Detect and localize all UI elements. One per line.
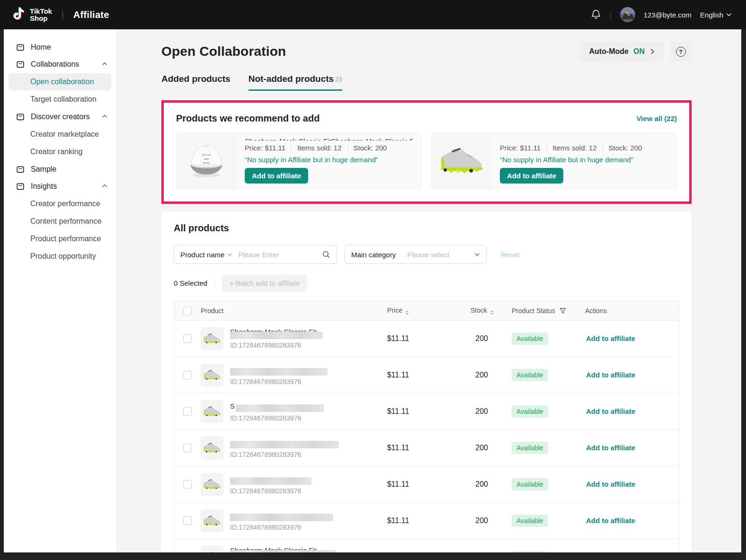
row-checkbox[interactable] [183, 371, 192, 379]
sidebar-item-collaborations[interactable]: Collaborations [4, 56, 116, 73]
product-id: ID:17284678980283976 [230, 524, 356, 531]
sidebar-label: Collaborations [31, 60, 79, 69]
sidebar-item-sample[interactable]: Sample [4, 161, 116, 178]
add-to-affiliate-link[interactable]: Add to affiliate [586, 334, 635, 342]
sort-icon[interactable] [405, 310, 409, 315]
row-checkbox[interactable] [183, 480, 192, 489]
sneaker-image [203, 514, 222, 528]
table-row: ID:17284678980283976 $11.11 200 Availabl… [174, 466, 679, 503]
main-category-filter[interactable]: Main category Please select [345, 245, 487, 264]
add-to-affiliate-link[interactable]: Add to affiliate [586, 371, 635, 379]
column-header-product: Product [201, 307, 367, 315]
product-id: ID:17284678980283976 [230, 451, 356, 458]
selected-count: 0 Selected [174, 279, 207, 287]
svg-text:shady: shady [203, 161, 210, 164]
stock-cell: 200 [429, 516, 507, 525]
sidebar-item-product-opportunity[interactable]: Product opportunity [4, 248, 116, 265]
tab-added-products[interactable]: Added products [161, 74, 231, 91]
tiktok-shop-logo[interactable]: TikTok Shop [11, 7, 52, 23]
help-button[interactable]: ? [670, 42, 692, 61]
product-thumbnail [201, 400, 223, 423]
brand-name: TikTok Shop [30, 8, 52, 22]
product-image-white-cap: the real slim shady [177, 133, 236, 189]
main-content: Open Collaboration Auto-Mode ON ? Added … [116, 29, 741, 552]
sidebar-label: Insights [31, 182, 57, 191]
sidebar-item-open-collaboration[interactable]: Open collaboration [9, 73, 111, 90]
sneaker-image [203, 477, 222, 491]
product-thumbnail [201, 509, 223, 532]
row-checkbox[interactable] [183, 407, 192, 416]
table-body: Shepherm Mask Classic Fit ID:17284678980… [174, 321, 679, 552]
add-to-affiliate-link[interactable]: Add to affiliate [586, 444, 635, 452]
sidebar-item-discover-creators[interactable]: Discover creators [4, 108, 116, 125]
question-mark-icon: ? [676, 47, 686, 57]
chevron-down-icon [726, 12, 732, 18]
status-badge: Available [512, 515, 548, 527]
stock-cell: 200 [429, 480, 507, 489]
sidebar-item-creator-marketplace[interactable]: Creator marketplace [4, 126, 116, 143]
sidebar-item-target-collaboration[interactable]: Target collaboration [4, 91, 116, 108]
redacted-product-name [230, 438, 356, 448]
sort-icon[interactable] [490, 310, 494, 315]
product-id: ID:17284678980283976 [230, 378, 356, 385]
table-row: Shepherm Mask Classic Fit ID:17284678980… [174, 321, 679, 357]
sidebar-item-content-performance[interactable]: Content performance [4, 213, 116, 230]
redacted-product-title: Shepherm Mask Classic FitShepherm Mask C… [245, 138, 413, 140]
price-cell: $11.11 [367, 407, 429, 416]
all-products-panel: All products Product name Please Enter M… [161, 211, 692, 552]
recommend-panel: Products we recommend to add View all (2… [164, 103, 689, 201]
auto-mode-button[interactable]: Auto-Mode ON [580, 42, 664, 61]
view-all-link[interactable]: View all (22) [636, 114, 677, 122]
search-input[interactable]: Please Enter [238, 251, 279, 259]
row-checkbox[interactable] [183, 444, 192, 452]
auto-mode-state: ON [633, 47, 645, 56]
status-badge: Available [512, 369, 548, 381]
stock-cell: 200 [429, 444, 507, 452]
add-to-affiliate-link[interactable]: Add to affiliate [586, 407, 635, 415]
sidebar-label: Sample [31, 165, 56, 174]
language-selector[interactable]: English [700, 11, 732, 19]
shop-bag-icon [16, 165, 25, 174]
price-cell: $11.11 [367, 516, 429, 525]
row-checkbox[interactable] [183, 516, 192, 525]
tab-bar: Added products Not-added products23 [161, 74, 692, 91]
search-icon[interactable] [322, 250, 330, 259]
user-email[interactable]: 123@byte.com [644, 11, 692, 19]
column-header-actions: Actions [585, 307, 679, 315]
page-title: Open Collaboration [161, 44, 286, 59]
card-meta: Price: $11.11 Items sold: 12 Stock: 200 [245, 144, 413, 152]
sneaker-image [203, 441, 222, 455]
redacted-product-name: Shepherm Mask Classic Fit [230, 547, 356, 553]
product-name-filter[interactable]: Product name Please Enter [174, 245, 337, 264]
add-to-affiliate-link[interactable]: Add to affiliate [586, 516, 635, 525]
status-badge: Available [512, 332, 548, 345]
sidebar-item-product-performance[interactable]: Product performance [4, 230, 116, 247]
add-to-affiliate-button[interactable]: Add to affiliate [500, 168, 563, 184]
filter-funnel-icon[interactable] [560, 307, 566, 314]
sidebar-item-insights[interactable]: Insights [4, 178, 116, 195]
card-price: Price: $11.11 [245, 144, 285, 152]
chevron-up-icon [102, 183, 107, 189]
add-to-affiliate-link[interactable]: Add to affiliate [586, 480, 635, 488]
redacted-product-name [230, 365, 356, 376]
stock-cell: 200 [429, 407, 507, 416]
tab-not-added-products[interactable]: Not-added products23 [249, 74, 342, 91]
add-to-affiliate-button[interactable]: Add to affiliate [245, 168, 308, 184]
sidebar-item-creator-performance[interactable]: Creator performance [4, 195, 116, 212]
price-cell: $11.11 [367, 480, 429, 489]
chevron-down-icon [227, 252, 232, 257]
redacted-product-name: S [230, 402, 356, 412]
avatar[interactable] [620, 7, 635, 22]
batch-add-button[interactable]: + Batch add to affiliate [222, 274, 308, 292]
product-thumbnail [201, 327, 223, 350]
card-stock: Stock: 200 [609, 144, 642, 152]
category-select[interactable]: Please select [407, 251, 449, 259]
reset-link[interactable]: Reset [501, 251, 519, 259]
sidebar-item-home[interactable]: Home [4, 39, 116, 56]
notification-bell-icon[interactable] [591, 9, 601, 20]
status-badge: Available [512, 442, 548, 454]
sidebar-item-creator-ranking[interactable]: Creator ranking [4, 143, 116, 160]
select-all-checkbox[interactable] [183, 306, 192, 315]
row-checkbox[interactable] [183, 334, 192, 343]
product-id: ID:17284678980283976 [230, 341, 356, 349]
